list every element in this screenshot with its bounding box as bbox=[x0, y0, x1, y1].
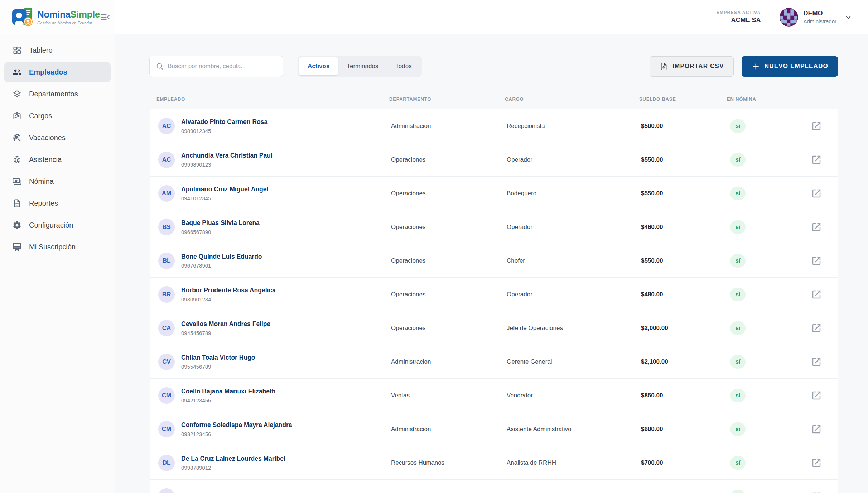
user-avatar bbox=[780, 8, 798, 27]
column-header: SUELDO BASE bbox=[639, 96, 727, 102]
position-cell: Bodeguero bbox=[507, 190, 641, 197]
action-cell bbox=[806, 390, 827, 401]
employee-name-link[interactable]: Coello Bajana Mariuxi Elizabeth bbox=[181, 388, 276, 395]
search-icon bbox=[155, 62, 164, 71]
attendance-icon bbox=[12, 155, 22, 164]
table-row: CM Coello Bajana Mariuxi Elizabeth 09421… bbox=[150, 379, 838, 412]
open-employee-button[interactable] bbox=[811, 323, 822, 334]
department-cell: Administracion bbox=[391, 123, 507, 130]
column-header: CARGO bbox=[505, 96, 639, 102]
employee-name-link[interactable]: Borbor Prudente Rosa Angelica bbox=[181, 287, 276, 294]
en-nomina-cell: sí bbox=[729, 355, 806, 369]
employee-cell: DP Delgado Ponce Ricardo Xavier bbox=[158, 488, 391, 493]
open-employee-button[interactable] bbox=[811, 121, 822, 131]
open-employee-button[interactable] bbox=[811, 491, 822, 493]
open-employee-button[interactable] bbox=[811, 458, 822, 468]
action-cell bbox=[806, 424, 827, 435]
sidebar-item-n-mina[interactable]: Nómina bbox=[4, 171, 111, 192]
column-header: EN NÓMINA bbox=[727, 96, 804, 102]
employee-name-link[interactable]: Anchundia Vera Christian Paul bbox=[181, 152, 273, 159]
sidebar-item-label: Departamentos bbox=[29, 90, 78, 98]
app-title: NominaSimple bbox=[37, 9, 100, 20]
department-cell: Operaciones bbox=[391, 257, 507, 264]
header-divider bbox=[770, 9, 770, 25]
user-menu[interactable]: DEMO Administrador bbox=[780, 8, 853, 27]
sidebar-item-departamentos[interactable]: Departamentos bbox=[4, 84, 111, 104]
department-cell: Recursos Humanos bbox=[391, 459, 507, 466]
avatar-initials: AC bbox=[162, 123, 171, 130]
employee-avatar: BR bbox=[158, 286, 175, 303]
department-cell: Administracion bbox=[391, 358, 507, 365]
tab-terminados[interactable]: Terminados bbox=[338, 57, 387, 75]
position-cell: Vendedor bbox=[507, 392, 641, 399]
position-cell: Recepcionista bbox=[507, 123, 641, 130]
position-cell: Gerente General bbox=[507, 358, 641, 365]
sidebar-item-vacaciones[interactable]: Vacaciones bbox=[4, 128, 111, 148]
sidebar-item-configuraci-n[interactable]: Configuración bbox=[4, 215, 111, 235]
menu-open-icon[interactable] bbox=[100, 11, 111, 23]
employee-cedula: 0998789012 bbox=[181, 465, 285, 471]
search-input[interactable] bbox=[168, 63, 277, 70]
employee-name-link[interactable]: Cevallos Moran Andres Felipe bbox=[181, 320, 270, 328]
sidebar-item-tablero[interactable]: Tablero bbox=[4, 40, 111, 61]
employee-name-link[interactable]: Alvarado Pinto Carmen Rosa bbox=[181, 118, 267, 126]
import-csv-button[interactable]: IMPORTAR CSV bbox=[650, 56, 733, 77]
table-row: BR Borbor Prudente Rosa Angelica 0930901… bbox=[150, 278, 838, 311]
open-employee-button[interactable] bbox=[811, 222, 822, 233]
vacations-icon bbox=[12, 133, 22, 143]
open-employee-button[interactable] bbox=[811, 154, 822, 165]
tab-activos[interactable]: Activos bbox=[299, 57, 338, 75]
sidebar-item-label: Cargos bbox=[29, 112, 52, 120]
employee-cedula: 0955456789 bbox=[181, 364, 255, 370]
employee-name-link[interactable]: Apolinario Cruz Miguel Angel bbox=[181, 186, 268, 193]
position-cell: Operador bbox=[507, 156, 641, 163]
avatar-initials: CA bbox=[162, 325, 171, 332]
employee-avatar: DL bbox=[158, 455, 175, 471]
employee-name-link[interactable]: Delgado Ponce Ricardo Xavier bbox=[181, 492, 272, 493]
open-employee-button[interactable] bbox=[811, 289, 822, 300]
en-nomina-cell: sí bbox=[729, 321, 806, 335]
open-employee-button[interactable] bbox=[811, 188, 822, 199]
employee-cell: BR Borbor Prudente Rosa Angelica 0930901… bbox=[158, 286, 391, 303]
payroll-icon bbox=[12, 177, 22, 186]
table-row: AC Alvarado Pinto Carmen Rosa 0989012345… bbox=[150, 109, 838, 143]
en-nomina-badge: sí bbox=[730, 422, 746, 436]
action-cell bbox=[806, 188, 827, 199]
employee-avatar: CM bbox=[158, 421, 175, 437]
employee-cell: AC Anchundia Vera Christian Paul 0999890… bbox=[158, 152, 391, 168]
sidebar-item-empleados[interactable]: Empleados bbox=[4, 62, 111, 82]
en-nomina-badge: sí bbox=[730, 288, 746, 301]
sidebar-item-mi-suscripci-n[interactable]: Mi Suscripción bbox=[4, 237, 111, 257]
employee-name-link[interactable]: Chilan Toala Victor Hugo bbox=[181, 354, 255, 362]
new-employee-button[interactable]: NUEVO EMPLEADO bbox=[742, 56, 838, 77]
open-employee-button[interactable] bbox=[811, 424, 822, 435]
open-employee-button[interactable] bbox=[811, 390, 822, 401]
avatar-initials: CV bbox=[162, 358, 171, 365]
department-cell: Administracion bbox=[391, 426, 507, 433]
departments-icon bbox=[12, 89, 22, 99]
dashboard-icon bbox=[12, 46, 22, 55]
sidebar-item-asistencia[interactable]: Asistencia bbox=[4, 149, 111, 170]
sidebar-header: $ NominaSimple Gestión de Nómina en Ecua… bbox=[0, 0, 115, 34]
action-cell bbox=[806, 289, 827, 300]
sidebar-item-reportes[interactable]: Reportes bbox=[4, 193, 111, 214]
employee-cedula: 0941012345 bbox=[181, 195, 268, 201]
tab-label: Activos bbox=[308, 63, 329, 70]
en-nomina-cell: sí bbox=[729, 490, 806, 493]
sidebar-item-label: Configuración bbox=[29, 221, 73, 229]
tab-todos[interactable]: Todos bbox=[387, 57, 420, 75]
position-cell: Analista de RRHH bbox=[507, 459, 641, 466]
open-employee-button[interactable] bbox=[811, 356, 822, 367]
employee-name-link[interactable]: Conforme Soledispa Mayra Alejandra bbox=[181, 421, 292, 429]
open-employee-button[interactable] bbox=[811, 255, 822, 266]
sidebar-item-label: Reportes bbox=[29, 199, 58, 207]
salary-cell: $500.00 bbox=[641, 123, 729, 130]
employee-name-link[interactable]: Bone Quinde Luis Eduardo bbox=[181, 253, 262, 260]
employee-name-link[interactable]: De La Cruz Lainez Lourdes Maribel bbox=[181, 455, 285, 463]
sidebar-item-cargos[interactable]: Cargos bbox=[4, 106, 111, 126]
en-nomina-badge: sí bbox=[730, 389, 746, 402]
tab-label: Terminados bbox=[347, 63, 378, 70]
table-body: AC Alvarado Pinto Carmen Rosa 0989012345… bbox=[150, 109, 838, 493]
avatar-initials: BS bbox=[162, 224, 171, 231]
employee-name-link[interactable]: Baque Pluas Silvia Lorena bbox=[181, 219, 260, 227]
